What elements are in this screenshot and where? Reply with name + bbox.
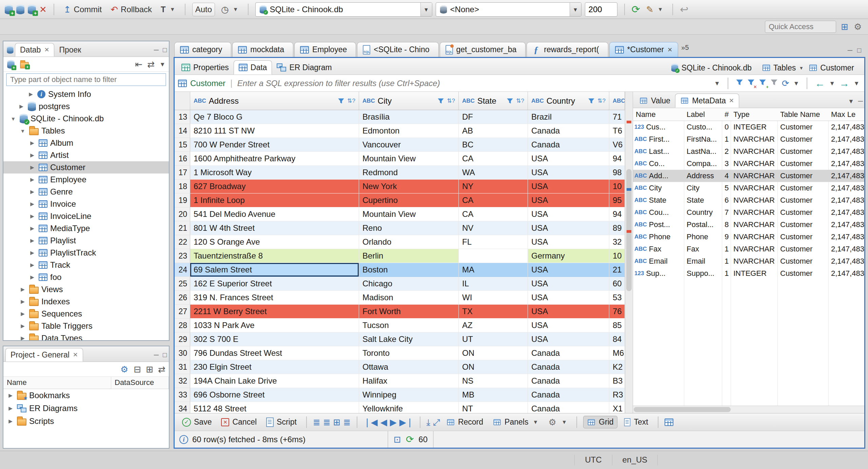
meta-cell-type[interactable]: NVARCHAR — [731, 135, 777, 144]
meta-cell-label[interactable]: Postal... — [684, 220, 722, 229]
new-connection-icon[interactable] — [7, 60, 15, 68]
cell-address[interactable]: 230 Elgin Street — [190, 360, 359, 374]
cell-postalcode[interactable]: 76 — [609, 305, 625, 319]
cell-address[interactable]: 194A Chain Lake Drive — [190, 374, 359, 388]
chevron-down-icon[interactable]: ▾ — [800, 65, 803, 71]
cell-country[interactable]: Canada — [528, 346, 609, 360]
refresh-count-icon[interactable]: ⟳ — [406, 435, 414, 444]
meta-cell-num[interactable]: 9 — [722, 232, 731, 241]
meta-cell-table[interactable]: Customer — [777, 269, 828, 278]
cell-address[interactable]: 302 S 700 E — [190, 332, 359, 346]
table-row[interactable]: 26 319 N. Frances Street Madison WI USA … — [175, 291, 625, 305]
metadata-row[interactable]: 123 Cus... Custo... 0 INTEGER Customer 2… — [633, 121, 864, 133]
maximize-icon[interactable]: □ — [163, 46, 167, 54]
metadata-row[interactable]: ABC Fax Fax 1 NVARCHAR Customer 2,147,48… — [633, 243, 864, 255]
meta-cell-num[interactable]: 7 — [722, 208, 731, 217]
delete-row-icon[interactable]: ⊞ — [333, 418, 340, 427]
meta-cell-num[interactable]: 6 — [722, 196, 731, 205]
filter-history-icon[interactable]: ▼ — [714, 80, 720, 86]
collapse-all-icon[interactable]: ⇤ — [135, 60, 143, 69]
collapse-icon[interactable]: ⊟ — [134, 365, 141, 374]
meta-cell-label[interactable]: Phone — [684, 232, 722, 241]
text-view-button[interactable]: Text — [620, 416, 652, 428]
open-perspective-icon[interactable]: ⊞ — [841, 22, 848, 31]
meta-cell-max[interactable]: 2,147,483 — [828, 147, 864, 156]
meta-cell-type[interactable]: INTEGER — [731, 123, 777, 131]
table-row[interactable]: 29 302 S 700 E Salt Lake City UT USA 84 — [175, 332, 625, 346]
tree-item[interactable]: ▶ Data Types — [3, 332, 169, 340]
panel-toggle-icon[interactable]: ⊡ — [394, 435, 401, 444]
result-tab[interactable]: Properties — [177, 60, 234, 75]
expand-arrow-icon[interactable]: ▶ — [19, 286, 26, 292]
table-row[interactable]: 31 230 Elgin Street Ottawa ON Canada K2 — [175, 360, 625, 374]
cell-city[interactable]: Winnipeg — [359, 388, 459, 402]
row-number[interactable]: 24 — [175, 263, 190, 277]
expand-arrow-icon[interactable]: ▶ — [19, 335, 26, 340]
tree-item[interactable]: ▶ Artist — [3, 149, 169, 161]
cell-city[interactable]: Reno — [359, 221, 459, 235]
row-number[interactable]: 20 — [175, 207, 190, 221]
fetch-all-icon[interactable]: ⤢ — [433, 418, 440, 427]
cell-address[interactable]: 162 E Superior Street — [190, 277, 359, 291]
database-selector-combo[interactable]: SQLite - Chinook.db ▼ — [255, 2, 432, 17]
hidden-tabs-indicator[interactable]: »5 — [681, 44, 689, 52]
cell-address[interactable]: Qe 7 Bloco G — [190, 110, 359, 124]
cell-city[interactable]: Brasília — [359, 110, 459, 124]
cell-city[interactable]: Halifax — [359, 374, 459, 388]
editor-tab[interactable]: *Customer ✕ — [609, 42, 678, 57]
maximize-icon[interactable]: □ — [857, 46, 861, 54]
meta-cell-name[interactable]: ABC Post... — [633, 220, 684, 229]
minimize-icon[interactable]: ─ — [858, 97, 863, 105]
meta-cell-label[interactable]: Address — [684, 171, 722, 180]
expand-arrow-icon[interactable]: ▶ — [28, 225, 36, 231]
project-tree-item[interactable]: ▶ Scripts — [3, 415, 169, 428]
fetch-next-icon[interactable]: → — [839, 78, 849, 88]
expand-arrow-icon[interactable]: ▶ — [28, 189, 36, 195]
close-icon[interactable]: ✕ — [44, 46, 49, 54]
metadata-row[interactable]: ABC Cou... Country 7 NVARCHAR Customer 2… — [633, 206, 864, 219]
cell-address[interactable]: 541 Del Medio Avenue — [190, 207, 359, 221]
tree-item[interactable]: ▶ Table Triggers — [3, 320, 169, 332]
row-number[interactable]: 27 — [175, 305, 190, 319]
column-header-name[interactable]: Name — [3, 377, 111, 389]
commit-button[interactable]: ↥ Commit — [61, 3, 104, 16]
cell-state[interactable]: CA — [459, 207, 528, 221]
meta-cell-num[interactable]: 4 — [722, 171, 731, 180]
meta-cell-table[interactable]: Customer — [777, 171, 828, 180]
cell-postalcode[interactable]: T6 — [609, 124, 625, 138]
meta-cell-label[interactable]: Email — [684, 257, 722, 266]
schema-selector-combo[interactable]: <None> ▼ — [436, 2, 581, 17]
cell-address[interactable]: 1 Infinite Loop — [190, 193, 359, 207]
cell-postalcode[interactable]: 71 — [609, 110, 625, 124]
meta-cell-num[interactable]: 5 — [722, 184, 731, 192]
apply-filter-icon[interactable] — [736, 79, 743, 88]
editor-tab[interactable]: rewards_report( — [527, 42, 608, 57]
tree-item[interactable]: ▶ Track — [3, 259, 169, 271]
row-number[interactable]: 29 — [175, 332, 190, 346]
column-header[interactable]: ABC City ⇅? — [359, 92, 459, 110]
cell-city[interactable]: Mountain View — [359, 152, 459, 166]
cell-city[interactable]: Yellowknife — [359, 402, 459, 413]
cancel-button[interactable]: Cancel — [218, 416, 260, 428]
cell-postalcode[interactable]: 10 — [609, 180, 625, 193]
cell-country[interactable]: USA — [528, 166, 609, 180]
meta-cell-num[interactable]: 3 — [722, 159, 731, 168]
editor-tab[interactable]: category — [174, 42, 231, 57]
expand-arrow-icon[interactable]: ▶ — [19, 323, 26, 329]
metadata-row[interactable]: ABC Co... Compa... 3 NVARCHAR Customer 2… — [633, 158, 864, 170]
meta-cell-table[interactable]: Customer — [777, 257, 828, 266]
cell-address[interactable]: 1600 Amphitheatre Parkway — [190, 152, 359, 166]
transaction-time-button[interactable]: ◷▼ — [218, 4, 241, 15]
cell-city[interactable]: Boston — [359, 263, 459, 277]
cell-country[interactable]: USA — [528, 291, 609, 305]
cell-city[interactable]: Tucson — [359, 319, 459, 332]
meta-cell-table[interactable]: Customer — [777, 159, 828, 168]
cell-postalcode[interactable]: 60 — [609, 277, 625, 291]
cell-state[interactable]: MA — [459, 263, 528, 277]
meta-cell-table[interactable]: Customer — [777, 232, 828, 241]
meta-cell-name[interactable]: 123 Cus... — [633, 123, 684, 131]
add-row-icon[interactable]: ≣ — [313, 418, 320, 427]
tree-item[interactable]: ▶ PlaylistTrack — [3, 247, 169, 259]
filter-funnel-icon[interactable] — [338, 98, 344, 104]
cell-country[interactable]: Canada — [528, 388, 609, 402]
